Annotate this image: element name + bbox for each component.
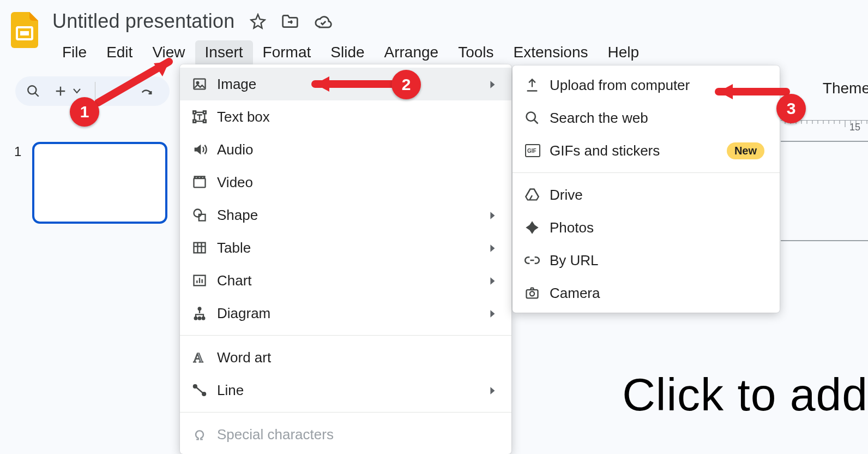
submenu-arrow-icon bbox=[490, 382, 496, 399]
insert-line-item[interactable]: Line bbox=[180, 374, 511, 407]
menu-item-label: Drive bbox=[550, 187, 764, 204]
menu-item-label: Camera bbox=[550, 285, 764, 302]
insert-shape-item[interactable]: Shape bbox=[180, 199, 511, 231]
slides-logo bbox=[10, 10, 39, 50]
annotation-badge-1: 1 bbox=[70, 97, 99, 127]
shape-icon bbox=[192, 207, 217, 223]
new-slide-dropdown-icon[interactable] bbox=[73, 88, 81, 94]
menu-item-label: By URL bbox=[550, 252, 764, 269]
diagram-icon bbox=[192, 306, 217, 321]
slide-thumbnail-1[interactable] bbox=[32, 142, 167, 224]
svg-point-2 bbox=[28, 86, 36, 94]
title-placeholder-text[interactable]: Click to add bbox=[622, 368, 868, 421]
svg-text:GIF: GIF bbox=[527, 148, 537, 154]
document-title[interactable]: Untitled presentation bbox=[52, 10, 234, 33]
submenu-arrow-icon bbox=[490, 240, 496, 256]
wordart-icon: A bbox=[192, 350, 217, 365]
menu-item-label: Chart bbox=[217, 272, 490, 289]
gifs-and-stickers-item[interactable]: GIF GIFs and stickers New bbox=[513, 134, 780, 167]
chart-icon bbox=[192, 273, 217, 288]
slide-thumbnails-panel: 1 bbox=[14, 142, 167, 224]
insert-video-item[interactable]: Video bbox=[180, 166, 511, 199]
annotation-badge-2: 2 bbox=[391, 70, 421, 99]
insert-textbox-item[interactable]: Text box bbox=[180, 100, 511, 133]
annotation-badge-3: 3 bbox=[776, 94, 806, 123]
svg-point-22 bbox=[202, 317, 205, 320]
textbox-icon bbox=[192, 109, 217, 124]
submenu-arrow-icon bbox=[490, 305, 496, 322]
menu-extensions[interactable]: Extensions bbox=[504, 40, 598, 67]
new-badge: New bbox=[727, 142, 764, 159]
line-icon bbox=[192, 383, 217, 398]
svg-marker-52 bbox=[719, 84, 733, 99]
svg-rect-14 bbox=[194, 178, 206, 187]
video-icon bbox=[192, 175, 217, 190]
menu-separator bbox=[180, 412, 511, 413]
svg-rect-16 bbox=[199, 214, 206, 221]
drive-icon bbox=[525, 187, 550, 202]
star-icon[interactable] bbox=[250, 13, 266, 29]
insert-dropdown-menu: Image Text box Audio Video Shape Table bbox=[180, 64, 511, 454]
svg-point-4 bbox=[197, 82, 199, 84]
insert-wordart-item[interactable]: A Word art bbox=[180, 341, 511, 374]
link-icon bbox=[525, 253, 550, 268]
image-camera-item[interactable]: Camera bbox=[513, 277, 780, 309]
insert-audio-item[interactable]: Audio bbox=[180, 133, 511, 166]
menu-tools[interactable]: Tools bbox=[448, 40, 503, 67]
submenu-arrow-icon bbox=[490, 207, 496, 224]
table-icon bbox=[192, 240, 217, 255]
canvas-edge-line bbox=[781, 240, 868, 241]
insert-diagram-item[interactable]: Diagram bbox=[180, 297, 511, 330]
search-menus-icon[interactable] bbox=[26, 84, 40, 98]
insert-chart-item[interactable]: Chart bbox=[180, 264, 511, 297]
menu-item-label: Table bbox=[217, 240, 490, 256]
menu-help[interactable]: Help bbox=[598, 40, 649, 67]
menu-item-label: Word art bbox=[217, 349, 496, 366]
annotation-arrow-1 bbox=[93, 53, 185, 110]
new-slide-button[interactable] bbox=[55, 85, 67, 97]
cloud-saved-icon[interactable] bbox=[314, 14, 333, 28]
submenu-arrow-icon bbox=[490, 272, 496, 289]
menu-item-label: Diagram bbox=[217, 305, 490, 322]
menu-item-label: Line bbox=[217, 382, 490, 399]
audio-icon bbox=[192, 142, 217, 157]
svg-point-15 bbox=[194, 210, 202, 217]
svg-text:A: A bbox=[193, 350, 203, 365]
upload-icon bbox=[525, 77, 550, 93]
svg-point-20 bbox=[195, 317, 197, 320]
menu-item-label: Video bbox=[217, 174, 496, 191]
insert-table-item[interactable]: Table bbox=[180, 231, 511, 264]
svg-marker-50 bbox=[315, 76, 329, 92]
menu-format[interactable]: Format bbox=[253, 40, 321, 67]
menu-slide[interactable]: Slide bbox=[321, 40, 374, 67]
search-the-web-item[interactable]: Search the web bbox=[513, 101, 780, 134]
menu-item-label: Special characters bbox=[217, 426, 496, 443]
camera-icon bbox=[525, 285, 550, 301]
menu-item-label: Text box bbox=[217, 109, 496, 126]
menu-file[interactable]: File bbox=[52, 40, 97, 67]
photos-icon bbox=[525, 220, 550, 235]
move-to-folder-icon[interactable] bbox=[281, 14, 299, 29]
svg-rect-1 bbox=[20, 31, 29, 35]
annotation-arrow-2 bbox=[299, 73, 402, 97]
svg-rect-17 bbox=[194, 243, 206, 253]
menu-item-label: Photos bbox=[550, 219, 764, 236]
menu-insert[interactable]: Insert bbox=[195, 40, 253, 67]
theme-button-label[interactable]: Theme bbox=[823, 80, 868, 97]
menu-item-label: Shape bbox=[217, 207, 490, 224]
search-icon bbox=[525, 110, 550, 126]
menu-separator bbox=[180, 335, 511, 336]
submenu-arrow-icon bbox=[490, 76, 496, 93]
menu-arrange[interactable]: Arrange bbox=[375, 40, 449, 67]
canvas-edge-line bbox=[781, 141, 868, 142]
image-drive-item[interactable]: Drive bbox=[513, 178, 780, 211]
gif-icon: GIF bbox=[525, 144, 550, 158]
menu-item-label: Audio bbox=[217, 141, 496, 158]
svg-point-21 bbox=[198, 317, 201, 320]
svg-point-30 bbox=[530, 291, 534, 296]
image-photos-item[interactable]: Photos bbox=[513, 211, 780, 244]
insert-special-characters-item[interactable]: Special characters bbox=[180, 418, 511, 451]
image-by-url-item[interactable]: By URL bbox=[513, 244, 780, 277]
menu-item-label: Search the web bbox=[550, 110, 764, 127]
specialchars-icon bbox=[192, 427, 217, 442]
